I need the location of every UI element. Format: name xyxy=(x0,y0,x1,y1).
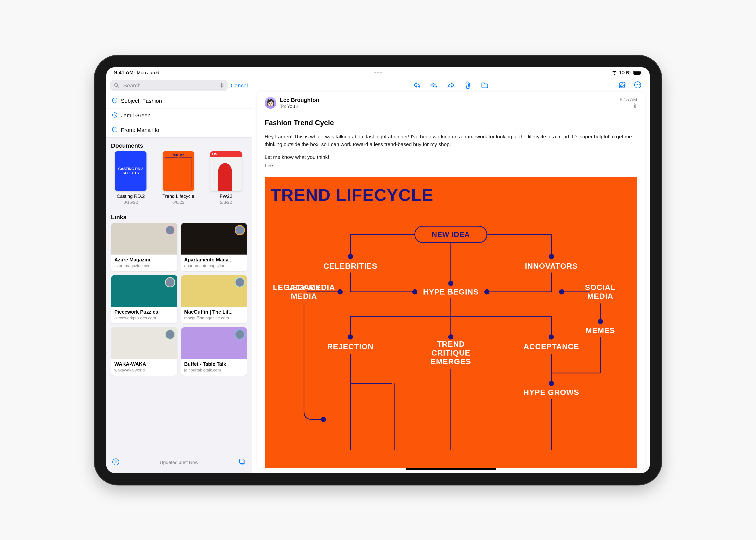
body-signature: Lee xyxy=(265,162,637,170)
svg-text:ACCEPTANCE: ACCEPTANCE xyxy=(524,342,579,351)
link-card[interactable]: Piecework Puzzles pieceworkpuzzles.com xyxy=(111,275,178,324)
svg-text:TRENDCRITIQUEEMERGES: TRENDCRITIQUEEMERGES xyxy=(431,339,471,366)
battery-icon xyxy=(633,70,642,75)
links-heading: Links xyxy=(106,209,252,223)
body-paragraph: Let me know what you think! xyxy=(265,153,637,161)
recent-search-item[interactable]: From: Maria Ho xyxy=(106,123,252,138)
document-title: Casting RD.2 xyxy=(111,194,150,199)
battery-percent: 100% xyxy=(619,70,631,75)
link-title: Buffet - Table Talk xyxy=(184,361,244,367)
svg-point-56 xyxy=(549,334,554,339)
link-thumbnail xyxy=(181,223,247,255)
document-item[interactable]: END LIFE Trend Lifecycle 6/6/22 xyxy=(159,151,198,205)
svg-text:MEMES: MEMES xyxy=(585,326,615,335)
clock-icon xyxy=(112,112,118,119)
dictation-icon[interactable] xyxy=(219,82,224,89)
search-input[interactable] xyxy=(123,82,217,89)
document-item[interactable]: CASTING RD.2 SELECTS Casting RD.2 3/15/2… xyxy=(111,151,150,205)
folder-icon[interactable] xyxy=(481,81,489,89)
svg-rect-1 xyxy=(634,71,640,74)
svg-text:REJECTION: REJECTION xyxy=(327,342,373,351)
sender-avatar[interactable]: 🧑🏻 xyxy=(265,97,276,109)
link-title: Apartamento Maga... xyxy=(184,257,244,263)
recent-search-item[interactable]: Jamil Green xyxy=(106,108,252,123)
document-item[interactable]: FW! FW22 2/8/22 xyxy=(206,151,246,205)
svg-text:INNOVATORS: INNOVATORS xyxy=(525,261,577,270)
recent-search-text: Jamil Green xyxy=(121,112,151,119)
recent-search-item[interactable]: Subject: Fashion xyxy=(106,94,252,108)
link-title: Piecework Puzzles xyxy=(114,309,174,315)
svg-text:HYPE GROWS: HYPE GROWS xyxy=(524,388,579,396)
document-title: Trend Lifecycle xyxy=(159,194,198,199)
infographic-diagram: NEW IDEA CELEBRITIES INNOVATORS xyxy=(271,205,631,464)
svg-rect-5 xyxy=(221,83,222,86)
document-date: 2/8/22 xyxy=(220,200,232,205)
reply-all-icon[interactable] xyxy=(430,81,438,89)
home-indicator[interactable] xyxy=(406,468,496,470)
link-title: MacGuffin | The Lif... xyxy=(184,309,244,315)
recent-search-text: Subject: Fashion xyxy=(121,98,162,104)
clock-icon xyxy=(112,127,118,134)
svg-point-55 xyxy=(448,334,453,339)
link-avatar xyxy=(235,330,245,339)
link-card[interactable]: Azure Magazine azuremagazine.com xyxy=(111,223,178,271)
message-body: Hey Lauren! This is what I was talking a… xyxy=(265,133,637,175)
recent-search-text: From: Maria Ho xyxy=(121,127,159,133)
search-icon xyxy=(114,82,119,89)
document-date: 6/6/22 xyxy=(172,200,184,205)
forward-icon[interactable] xyxy=(447,81,455,89)
cancel-button[interactable]: Cancel xyxy=(231,82,248,89)
link-url: macguffinmagazine.com xyxy=(184,316,244,320)
message-subject: Fashion Trend Cycle xyxy=(265,119,637,127)
document-thumbnail: FW! xyxy=(210,151,242,191)
sender-name[interactable]: Lee Broughton xyxy=(280,97,637,103)
link-avatar xyxy=(235,277,245,287)
links-grid: Azure Magazine azuremagazine.com Apartam… xyxy=(106,223,252,380)
compose-icon[interactable] xyxy=(618,81,626,89)
link-card[interactable]: MacGuffin | The Lif... macguffinmagazine… xyxy=(181,275,247,324)
svg-point-38 xyxy=(412,289,417,294)
status-time: 9:41 AM xyxy=(114,69,134,75)
link-title: Azure Magazine xyxy=(114,257,174,263)
link-avatar xyxy=(165,277,175,287)
document-thumbnail: END LIFE xyxy=(163,151,194,191)
to-line[interactable]: To: You xyxy=(280,103,637,109)
more-icon[interactable] xyxy=(634,81,642,89)
search-row: Cancel xyxy=(106,78,252,94)
message-card: 🧑🏻 Lee Broughton To: You 9:15 AM xyxy=(257,92,645,468)
document-date: 3/15/22 xyxy=(123,200,138,205)
text-cursor xyxy=(121,82,121,89)
svg-point-61 xyxy=(598,319,603,324)
link-card[interactable]: Buffet - Table Talk joinourtabletalk.com xyxy=(181,327,247,376)
link-thumbnail xyxy=(181,275,247,307)
link-card[interactable]: Apartamento Maga... apartamentomagazine.… xyxy=(181,223,247,271)
trash-icon[interactable] xyxy=(464,81,472,89)
message-header: 🧑🏻 Lee Broughton To: You 9:15 AM xyxy=(265,97,637,112)
infographic-title: TREND LIFECYCLE xyxy=(271,185,631,205)
infographic-attachment[interactable]: TREND LIFECYCLE NEW IDEA xyxy=(265,177,637,468)
sidebar-footer: Updated Just Now xyxy=(106,454,252,473)
multitasking-dots[interactable] xyxy=(374,72,382,73)
svg-rect-15 xyxy=(240,459,244,464)
svg-point-20 xyxy=(636,84,637,85)
svg-point-66 xyxy=(549,381,554,386)
svg-text:HYPE BEGINS: HYPE BEGINS xyxy=(423,287,479,296)
link-card[interactable]: WAKA-WAKA wakawaka.world xyxy=(111,327,178,376)
link-thumbnail xyxy=(181,328,247,359)
document-thumbnail: CASTING RD.2 SELECTS xyxy=(115,151,147,191)
split-view-icon[interactable] xyxy=(238,458,246,467)
search-field[interactable] xyxy=(110,80,228,91)
svg-point-71 xyxy=(321,417,326,422)
message-time: 9:15 AM xyxy=(620,97,637,102)
link-avatar xyxy=(165,330,175,339)
link-url: wakawaka.world xyxy=(114,368,174,372)
attachment-icon xyxy=(633,103,637,109)
svg-point-39 xyxy=(484,289,489,294)
link-url: joinourtabletalk.com xyxy=(184,368,244,372)
filter-icon[interactable] xyxy=(112,458,120,467)
recent-searches: Subject: Fashion Jamil Green From: Maria… xyxy=(106,94,252,138)
reply-icon[interactable] xyxy=(413,81,421,89)
svg-point-54 xyxy=(348,334,353,339)
svg-text:NEW IDEA: NEW IDEA xyxy=(432,230,470,238)
link-url: pieceworkpuzzles.com xyxy=(114,316,174,320)
